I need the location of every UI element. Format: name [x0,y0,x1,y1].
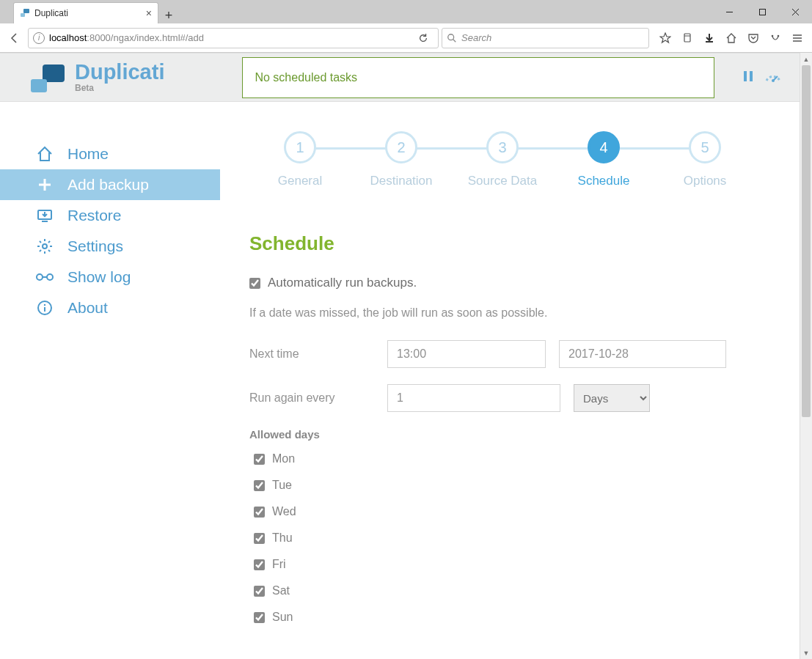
next-time-row: Next time [249,340,756,368]
address-bar[interactable]: i localhost:8000/ngax/index.html#/add [28,28,439,48]
library-icon[interactable] [677,28,698,48]
run-again-value-input[interactable] [387,384,560,412]
scroll-down-arrow[interactable]: ▼ [800,647,812,659]
sidebar: Home Add backup Restore Settings Show lo… [0,102,220,653]
svg-line-7 [453,39,456,42]
app-header: Duplicati Beta No scheduled tasks [0,53,800,102]
day-tue[interactable]: Tue [254,479,756,492]
bookmark-icon[interactable] [655,28,676,48]
day-wed[interactable]: Wed [254,505,756,518]
svg-rect-8 [684,34,690,42]
downloads-icon[interactable] [699,28,720,48]
site-info-icon[interactable]: i [33,32,45,44]
sidebar-item-label: Restore [67,207,122,224]
sidebar-item-add-backup[interactable]: Add backup [0,169,220,200]
toolbar-icons [655,28,808,48]
sidebar-item-home[interactable]: Home [0,139,220,169]
gear-icon [35,237,54,256]
svg-rect-15 [744,71,747,81]
status-message: No scheduled tasks [255,71,357,84]
url-host: localhost [49,32,87,43]
tab-title: Duplicati [34,8,142,18]
plus-icon [35,175,54,194]
day-fri[interactable]: Fri [254,558,756,571]
day-label: Sat [272,584,290,597]
step-number: 5 [689,131,721,163]
schedule-hint: If a date was missed, the job will run a… [249,306,756,320]
allowed-days-heading: Allowed days [249,428,756,441]
log-icon [35,268,54,287]
browser-search-box[interactable]: Search [442,28,649,48]
sidebar-item-show-log[interactable]: Show log [0,262,220,292]
next-time-input[interactable] [387,340,546,368]
run-again-row: Run again every Days [249,384,756,412]
next-date-input[interactable] [559,340,726,368]
step-number: 1 [284,131,316,163]
auto-run-checkbox[interactable] [249,278,260,289]
step-options[interactable]: 5 Options [654,131,756,188]
day-checkbox[interactable] [254,507,265,518]
window-minimize-button[interactable] [713,0,746,23]
day-checkbox[interactable] [254,612,265,623]
day-sun[interactable]: Sun [254,611,756,624]
auto-run-row: Automatically run backups. [249,276,756,290]
restore-icon [35,206,54,225]
run-again-unit-select[interactable]: Days [574,384,650,412]
app-beta-label: Beta [75,83,164,93]
step-label: Options [684,174,727,188]
vertical-scrollbar[interactable]: ▲ ▼ [800,53,812,659]
day-checkbox[interactable] [254,480,265,491]
sidebar-item-settings[interactable]: Settings [0,231,220,262]
auto-run-label: Automatically run backups. [268,276,417,290]
window-titlebar: Duplicati × + [0,0,812,23]
browser-toolbar: i localhost:8000/ngax/index.html#/add Se… [0,23,812,53]
svg-rect-1 [21,13,25,17]
day-checkbox[interactable] [254,533,265,544]
sidebar-item-restore[interactable]: Restore [0,200,220,231]
scroll-up-arrow[interactable]: ▲ [800,53,812,65]
day-checkbox[interactable] [254,454,265,465]
reload-button[interactable] [413,28,434,48]
step-label: Destination [370,174,432,188]
extension-icon[interactable] [765,28,786,48]
step-general[interactable]: 1 General [249,131,351,188]
day-label: Fri [272,558,286,571]
browser-tab[interactable]: Duplicati × [13,2,158,23]
next-time-label: Next time [249,347,374,361]
tab-favicon [20,8,30,18]
day-thu[interactable]: Thu [254,531,756,545]
allowed-days-list: Mon Tue Wed Thu Fri Sat Sun [249,452,756,624]
day-checkbox[interactable] [254,559,265,570]
step-label: Source Data [468,174,538,188]
home-icon[interactable] [721,28,742,48]
window-controls [713,0,812,23]
back-button[interactable] [4,28,25,48]
step-number: 4 [588,131,620,163]
day-sat[interactable]: Sat [254,584,756,597]
day-label: Tue [272,479,292,492]
svg-rect-0 [23,9,29,13]
pause-icon[interactable] [741,69,756,86]
step-label: General [278,174,322,188]
app-logo[interactable]: Duplicati Beta [29,62,164,94]
svg-rect-16 [750,71,753,81]
day-label: Mon [272,452,295,465]
pocket-icon[interactable] [743,28,764,48]
scroll-track[interactable] [800,65,812,647]
day-checkbox[interactable] [254,586,265,597]
sidebar-item-about[interactable]: About [0,292,220,323]
step-destination[interactable]: 2 Destination [351,131,452,188]
step-source-data[interactable]: 3 Source Data [452,131,553,188]
step-number: 3 [486,131,519,163]
scroll-thumb[interactable] [802,65,811,417]
window-close-button[interactable] [779,0,812,23]
menu-icon[interactable] [787,28,808,48]
home-icon [35,144,54,163]
throttle-icon[interactable] [764,69,782,86]
sidebar-item-label: Add backup [67,176,149,194]
step-schedule[interactable]: 4 Schedule [553,131,654,188]
window-maximize-button[interactable] [746,0,779,23]
new-tab-button[interactable]: + [158,8,179,23]
day-mon[interactable]: Mon [254,452,756,465]
tab-close-icon[interactable]: × [146,7,152,19]
